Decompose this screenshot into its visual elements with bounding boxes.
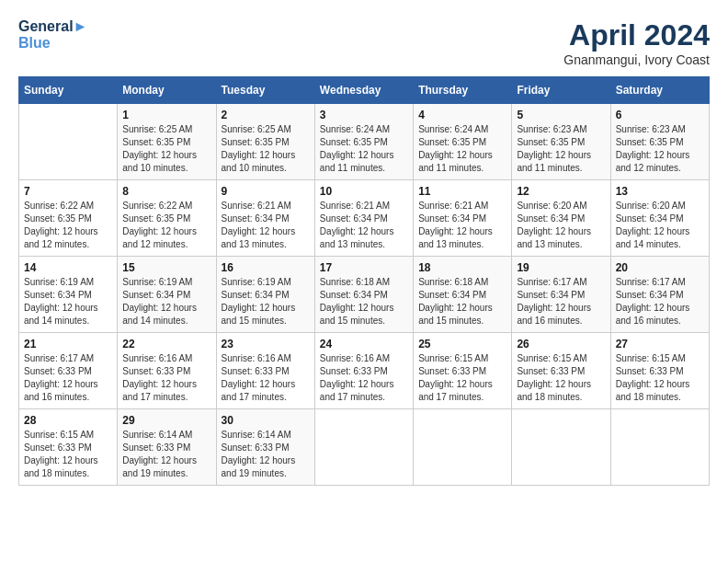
calendar-cell: 1Sunrise: 6:25 AM Sunset: 6:35 PM Daylig… <box>118 104 216 180</box>
calendar-cell: 3Sunrise: 6:24 AM Sunset: 6:35 PM Daylig… <box>314 104 413 180</box>
col-wednesday: Wednesday <box>314 77 413 104</box>
day-info: Sunrise: 6:15 AM Sunset: 6:33 PM Dayligh… <box>418 352 506 404</box>
day-info: Sunrise: 6:18 AM Sunset: 6:34 PM Dayligh… <box>320 276 408 327</box>
day-number: 11 <box>418 185 506 198</box>
calendar-cell: 20Sunrise: 6:17 AM Sunset: 6:34 PM Dayli… <box>610 257 709 333</box>
calendar-week-3: 14Sunrise: 6:19 AM Sunset: 6:34 PM Dayli… <box>19 257 710 333</box>
calendar-week-1: 1Sunrise: 6:25 AM Sunset: 6:35 PM Daylig… <box>19 104 710 180</box>
day-info: Sunrise: 6:20 AM Sunset: 6:34 PM Dayligh… <box>616 200 704 251</box>
day-number: 14 <box>24 261 112 274</box>
calendar-cell: 18Sunrise: 6:18 AM Sunset: 6:34 PM Dayli… <box>414 257 512 333</box>
calendar-cell <box>414 409 512 486</box>
col-saturday: Saturday <box>610 77 709 104</box>
header-row: Sunday Monday Tuesday Wednesday Thursday… <box>19 77 710 104</box>
calendar-cell: 26Sunrise: 6:15 AM Sunset: 6:33 PM Dayli… <box>512 333 610 409</box>
day-info: Sunrise: 6:21 AM Sunset: 6:34 PM Dayligh… <box>418 200 506 251</box>
day-number: 24 <box>320 338 408 350</box>
calendar-cell: 23Sunrise: 6:16 AM Sunset: 6:33 PM Dayli… <box>216 333 314 409</box>
calendar-cell: 13Sunrise: 6:20 AM Sunset: 6:34 PM Dayli… <box>610 180 709 257</box>
day-number: 12 <box>517 185 605 198</box>
calendar-cell: 28Sunrise: 6:15 AM Sunset: 6:33 PM Dayli… <box>19 409 118 486</box>
day-number: 6 <box>616 109 704 121</box>
day-info: Sunrise: 6:19 AM Sunset: 6:34 PM Dayligh… <box>122 276 210 327</box>
day-info: Sunrise: 6:20 AM Sunset: 6:34 PM Dayligh… <box>517 200 605 251</box>
day-number: 27 <box>616 338 704 350</box>
day-number: 10 <box>320 185 408 198</box>
day-number: 2 <box>222 109 310 121</box>
day-number: 15 <box>122 261 210 274</box>
title-block: April 2024 Gnanmangui, Ivory Coast <box>563 18 710 67</box>
calendar-cell: 17Sunrise: 6:18 AM Sunset: 6:34 PM Dayli… <box>314 257 413 333</box>
calendar-cell: 22Sunrise: 6:16 AM Sunset: 6:33 PM Dayli… <box>118 333 216 409</box>
day-number: 18 <box>418 261 506 274</box>
day-info: Sunrise: 6:15 AM Sunset: 6:33 PM Dayligh… <box>24 429 112 480</box>
day-info: Sunrise: 6:14 AM Sunset: 6:33 PM Dayligh… <box>122 429 210 480</box>
day-info: Sunrise: 6:21 AM Sunset: 6:34 PM Dayligh… <box>320 200 408 251</box>
calendar-cell: 21Sunrise: 6:17 AM Sunset: 6:33 PM Dayli… <box>19 333 118 409</box>
calendar-cell: 30Sunrise: 6:14 AM Sunset: 6:33 PM Dayli… <box>216 409 314 486</box>
calendar-cell <box>314 409 413 486</box>
calendar-cell: 27Sunrise: 6:15 AM Sunset: 6:33 PM Dayli… <box>610 333 709 409</box>
day-info: Sunrise: 6:19 AM Sunset: 6:34 PM Dayligh… <box>24 276 112 327</box>
day-number: 25 <box>418 338 506 350</box>
calendar-cell: 29Sunrise: 6:14 AM Sunset: 6:33 PM Dayli… <box>118 409 216 486</box>
calendar-cell: 8Sunrise: 6:22 AM Sunset: 6:35 PM Daylig… <box>118 180 216 257</box>
day-info: Sunrise: 6:22 AM Sunset: 6:35 PM Dayligh… <box>122 200 210 251</box>
day-info: Sunrise: 6:16 AM Sunset: 6:33 PM Dayligh… <box>222 352 310 404</box>
day-info: Sunrise: 6:17 AM Sunset: 6:33 PM Dayligh… <box>24 352 112 404</box>
logo-line2: Blue <box>18 35 87 52</box>
calendar-week-4: 21Sunrise: 6:17 AM Sunset: 6:33 PM Dayli… <box>19 333 710 409</box>
day-info: Sunrise: 6:17 AM Sunset: 6:34 PM Dayligh… <box>616 276 704 327</box>
calendar-cell: 7Sunrise: 6:22 AM Sunset: 6:35 PM Daylig… <box>19 180 118 257</box>
col-thursday: Thursday <box>414 77 512 104</box>
calendar-cell: 11Sunrise: 6:21 AM Sunset: 6:34 PM Dayli… <box>414 180 512 257</box>
calendar-cell: 16Sunrise: 6:19 AM Sunset: 6:34 PM Dayli… <box>216 257 314 333</box>
day-info: Sunrise: 6:24 AM Sunset: 6:35 PM Dayligh… <box>320 123 408 175</box>
calendar-cell: 19Sunrise: 6:17 AM Sunset: 6:34 PM Dayli… <box>512 257 610 333</box>
day-number: 13 <box>616 185 704 198</box>
calendar-title: April 2024 <box>563 18 710 52</box>
day-info: Sunrise: 6:23 AM Sunset: 6:35 PM Dayligh… <box>517 123 605 175</box>
day-number: 23 <box>222 338 310 350</box>
calendar-cell: 9Sunrise: 6:21 AM Sunset: 6:34 PM Daylig… <box>216 180 314 257</box>
col-tuesday: Tuesday <box>216 77 314 104</box>
calendar-cell: 4Sunrise: 6:24 AM Sunset: 6:35 PM Daylig… <box>414 104 512 180</box>
calendar-week-5: 28Sunrise: 6:15 AM Sunset: 6:33 PM Dayli… <box>19 409 710 486</box>
day-number: 29 <box>122 414 210 427</box>
calendar-cell: 6Sunrise: 6:23 AM Sunset: 6:35 PM Daylig… <box>610 104 709 180</box>
calendar-cell: 24Sunrise: 6:16 AM Sunset: 6:33 PM Dayli… <box>314 333 413 409</box>
day-info: Sunrise: 6:17 AM Sunset: 6:34 PM Dayligh… <box>517 276 605 327</box>
calendar-cell: 10Sunrise: 6:21 AM Sunset: 6:34 PM Dayli… <box>314 180 413 257</box>
day-number: 3 <box>320 109 408 121</box>
day-info: Sunrise: 6:24 AM Sunset: 6:35 PM Dayligh… <box>418 123 506 175</box>
calendar-cell <box>610 409 709 486</box>
day-info: Sunrise: 6:15 AM Sunset: 6:33 PM Dayligh… <box>517 352 605 404</box>
calendar-cell: 2Sunrise: 6:25 AM Sunset: 6:35 PM Daylig… <box>216 104 314 180</box>
day-info: Sunrise: 6:19 AM Sunset: 6:34 PM Dayligh… <box>222 276 310 327</box>
calendar-cell: 12Sunrise: 6:20 AM Sunset: 6:34 PM Dayli… <box>512 180 610 257</box>
calendar-subtitle: Gnanmangui, Ivory Coast <box>563 52 710 67</box>
day-info: Sunrise: 6:15 AM Sunset: 6:33 PM Dayligh… <box>616 352 704 404</box>
calendar-cell <box>19 104 118 180</box>
day-info: Sunrise: 6:16 AM Sunset: 6:33 PM Dayligh… <box>122 352 210 404</box>
day-info: Sunrise: 6:18 AM Sunset: 6:34 PM Dayligh… <box>418 276 506 327</box>
day-info: Sunrise: 6:25 AM Sunset: 6:35 PM Dayligh… <box>122 123 210 175</box>
day-number: 28 <box>24 414 112 427</box>
day-number: 21 <box>24 338 112 350</box>
day-number: 7 <box>24 185 112 198</box>
calendar-cell: 14Sunrise: 6:19 AM Sunset: 6:34 PM Dayli… <box>19 257 118 333</box>
day-number: 19 <box>517 261 605 274</box>
col-friday: Friday <box>512 77 610 104</box>
day-number: 17 <box>320 261 408 274</box>
day-info: Sunrise: 6:23 AM Sunset: 6:35 PM Dayligh… <box>616 123 704 175</box>
calendar-cell: 5Sunrise: 6:23 AM Sunset: 6:35 PM Daylig… <box>512 104 610 180</box>
day-number: 5 <box>517 109 605 121</box>
day-number: 8 <box>122 185 210 198</box>
calendar-cell: 25Sunrise: 6:15 AM Sunset: 6:33 PM Dayli… <box>414 333 512 409</box>
day-number: 30 <box>222 414 310 427</box>
day-info: Sunrise: 6:14 AM Sunset: 6:33 PM Dayligh… <box>222 429 310 480</box>
calendar-cell: 15Sunrise: 6:19 AM Sunset: 6:34 PM Dayli… <box>118 257 216 333</box>
col-monday: Monday <box>118 77 216 104</box>
calendar-cell <box>512 409 610 486</box>
day-number: 9 <box>222 185 310 198</box>
